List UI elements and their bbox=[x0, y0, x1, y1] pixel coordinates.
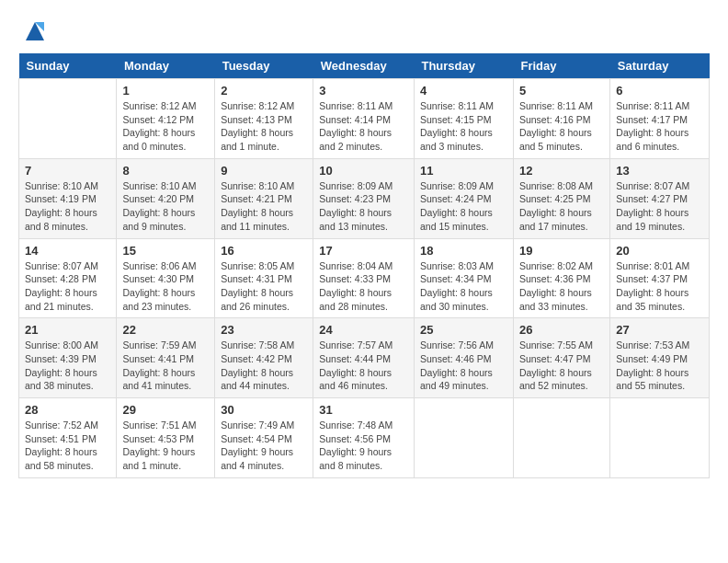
day-info: Sunrise: 8:06 AMSunset: 4:30 PMDaylight:… bbox=[122, 259, 209, 314]
calendar-cell: 5Sunrise: 8:11 AMSunset: 4:16 PMDaylight… bbox=[513, 79, 609, 159]
day-number: 12 bbox=[519, 164, 604, 178]
day-number: 19 bbox=[519, 244, 604, 258]
calendar-cell bbox=[414, 398, 513, 478]
calendar-cell: 15Sunrise: 8:06 AMSunset: 4:30 PMDayligh… bbox=[117, 238, 215, 318]
calendar-cell: 17Sunrise: 8:04 AMSunset: 4:33 PMDayligh… bbox=[313, 238, 415, 318]
calendar-cell: 26Sunrise: 7:55 AMSunset: 4:47 PMDayligh… bbox=[513, 318, 609, 398]
day-number: 4 bbox=[420, 84, 507, 98]
day-info: Sunrise: 8:00 AMSunset: 4:39 PMDaylight:… bbox=[25, 339, 110, 393]
day-number: 8 bbox=[122, 164, 209, 178]
day-number: 13 bbox=[616, 164, 703, 178]
day-number: 2 bbox=[221, 84, 307, 98]
calendar-header-sunday: Sunday bbox=[19, 53, 117, 79]
calendar-cell: 4Sunrise: 8:11 AMSunset: 4:15 PMDaylight… bbox=[414, 79, 513, 159]
day-info: Sunrise: 7:48 AMSunset: 4:56 PMDaylight:… bbox=[319, 419, 408, 473]
day-number: 23 bbox=[221, 323, 307, 337]
calendar-cell: 25Sunrise: 7:56 AMSunset: 4:46 PMDayligh… bbox=[414, 318, 513, 398]
calendar-cell: 23Sunrise: 7:58 AMSunset: 4:42 PMDayligh… bbox=[215, 318, 313, 398]
day-number: 14 bbox=[25, 244, 110, 258]
calendar-week-row: 14Sunrise: 8:07 AMSunset: 4:28 PMDayligh… bbox=[19, 238, 710, 318]
logo-icon bbox=[22, 18, 48, 44]
day-info: Sunrise: 7:51 AMSunset: 4:53 PMDaylight:… bbox=[122, 419, 209, 473]
calendar-header-row: SundayMondayTuesdayWednesdayThursdayFrid… bbox=[19, 53, 710, 79]
day-number: 26 bbox=[519, 323, 604, 337]
calendar-cell: 7Sunrise: 8:10 AMSunset: 4:19 PMDaylight… bbox=[19, 158, 117, 238]
day-number: 24 bbox=[319, 323, 408, 337]
calendar-header-wednesday: Wednesday bbox=[313, 53, 415, 79]
day-info: Sunrise: 8:11 AMSunset: 4:16 PMDaylight:… bbox=[519, 99, 604, 154]
day-number: 31 bbox=[319, 403, 408, 417]
day-info: Sunrise: 8:01 AMSunset: 4:37 PMDaylight:… bbox=[616, 259, 703, 314]
calendar-week-row: 28Sunrise: 7:52 AMSunset: 4:51 PMDayligh… bbox=[19, 398, 710, 478]
day-info: Sunrise: 7:58 AMSunset: 4:42 PMDaylight:… bbox=[221, 339, 307, 393]
calendar-cell: 13Sunrise: 8:07 AMSunset: 4:27 PMDayligh… bbox=[610, 158, 710, 238]
day-info: Sunrise: 8:02 AMSunset: 4:36 PMDaylight:… bbox=[519, 259, 604, 314]
calendar-cell: 24Sunrise: 7:57 AMSunset: 4:44 PMDayligh… bbox=[313, 318, 415, 398]
calendar-cell: 27Sunrise: 7:53 AMSunset: 4:49 PMDayligh… bbox=[610, 318, 710, 398]
day-info: Sunrise: 8:05 AMSunset: 4:31 PMDaylight:… bbox=[221, 259, 307, 314]
day-number: 11 bbox=[420, 164, 507, 178]
calendar-cell: 1Sunrise: 8:12 AMSunset: 4:12 PMDaylight… bbox=[117, 79, 215, 159]
logo bbox=[18, 18, 48, 44]
day-info: Sunrise: 7:55 AMSunset: 4:47 PMDaylight:… bbox=[519, 339, 604, 393]
calendar-cell: 8Sunrise: 8:10 AMSunset: 4:20 PMDaylight… bbox=[117, 158, 215, 238]
day-info: Sunrise: 7:53 AMSunset: 4:49 PMDaylight:… bbox=[616, 339, 703, 393]
day-number: 20 bbox=[616, 244, 703, 258]
day-info: Sunrise: 8:07 AMSunset: 4:28 PMDaylight:… bbox=[25, 259, 110, 314]
calendar-cell: 2Sunrise: 8:12 AMSunset: 4:13 PMDaylight… bbox=[215, 79, 313, 159]
calendar-cell: 12Sunrise: 8:08 AMSunset: 4:25 PMDayligh… bbox=[513, 158, 609, 238]
day-number: 15 bbox=[122, 244, 209, 258]
day-info: Sunrise: 8:11 AMSunset: 4:15 PMDaylight:… bbox=[420, 99, 507, 154]
day-info: Sunrise: 8:12 AMSunset: 4:13 PMDaylight:… bbox=[221, 99, 307, 154]
calendar-header-monday: Monday bbox=[117, 53, 215, 79]
calendar-cell bbox=[610, 398, 710, 478]
day-number: 5 bbox=[519, 84, 604, 98]
day-number: 17 bbox=[319, 244, 408, 258]
calendar-cell: 14Sunrise: 8:07 AMSunset: 4:28 PMDayligh… bbox=[19, 238, 117, 318]
day-number: 29 bbox=[122, 403, 209, 417]
day-number: 1 bbox=[122, 84, 209, 98]
calendar-cell: 16Sunrise: 8:05 AMSunset: 4:31 PMDayligh… bbox=[215, 238, 313, 318]
day-info: Sunrise: 8:09 AMSunset: 4:24 PMDaylight:… bbox=[420, 179, 507, 234]
day-info: Sunrise: 8:03 AMSunset: 4:34 PMDaylight:… bbox=[420, 259, 507, 314]
calendar-cell: 18Sunrise: 8:03 AMSunset: 4:34 PMDayligh… bbox=[414, 238, 513, 318]
day-info: Sunrise: 8:11 AMSunset: 4:17 PMDaylight:… bbox=[616, 99, 703, 154]
day-info: Sunrise: 8:07 AMSunset: 4:27 PMDaylight:… bbox=[616, 179, 703, 234]
day-info: Sunrise: 8:10 AMSunset: 4:19 PMDaylight:… bbox=[25, 179, 110, 234]
calendar-cell: 11Sunrise: 8:09 AMSunset: 4:24 PMDayligh… bbox=[414, 158, 513, 238]
day-number: 27 bbox=[616, 323, 703, 337]
calendar-header-tuesday: Tuesday bbox=[215, 53, 313, 79]
day-number: 28 bbox=[25, 403, 110, 417]
day-number: 22 bbox=[122, 323, 209, 337]
day-info: Sunrise: 7:52 AMSunset: 4:51 PMDaylight:… bbox=[25, 419, 110, 473]
day-info: Sunrise: 7:49 AMSunset: 4:54 PMDaylight:… bbox=[221, 419, 307, 473]
day-number: 30 bbox=[221, 403, 307, 417]
calendar-cell: 9Sunrise: 8:10 AMSunset: 4:21 PMDaylight… bbox=[215, 158, 313, 238]
day-number: 10 bbox=[319, 164, 408, 178]
day-info: Sunrise: 8:11 AMSunset: 4:14 PMDaylight:… bbox=[319, 99, 408, 154]
page-header bbox=[18, 18, 710, 44]
calendar-cell: 20Sunrise: 8:01 AMSunset: 4:37 PMDayligh… bbox=[610, 238, 710, 318]
calendar-week-row: 7Sunrise: 8:10 AMSunset: 4:19 PMDaylight… bbox=[19, 158, 710, 238]
calendar-week-row: 21Sunrise: 8:00 AMSunset: 4:39 PMDayligh… bbox=[19, 318, 710, 398]
day-number: 25 bbox=[420, 323, 507, 337]
day-info: Sunrise: 7:57 AMSunset: 4:44 PMDaylight:… bbox=[319, 339, 408, 393]
calendar-table: SundayMondayTuesdayWednesdayThursdayFrid… bbox=[18, 53, 710, 478]
calendar-cell: 22Sunrise: 7:59 AMSunset: 4:41 PMDayligh… bbox=[117, 318, 215, 398]
day-number: 16 bbox=[221, 244, 307, 258]
calendar-cell: 21Sunrise: 8:00 AMSunset: 4:39 PMDayligh… bbox=[19, 318, 117, 398]
day-info: Sunrise: 8:04 AMSunset: 4:33 PMDaylight:… bbox=[319, 259, 408, 314]
day-info: Sunrise: 8:08 AMSunset: 4:25 PMDaylight:… bbox=[519, 179, 604, 234]
calendar-cell bbox=[19, 79, 117, 159]
calendar-cell bbox=[513, 398, 609, 478]
day-number: 9 bbox=[221, 164, 307, 178]
day-info: Sunrise: 7:56 AMSunset: 4:46 PMDaylight:… bbox=[420, 339, 507, 393]
calendar-cell: 28Sunrise: 7:52 AMSunset: 4:51 PMDayligh… bbox=[19, 398, 117, 478]
day-number: 3 bbox=[319, 84, 408, 98]
calendar-cell: 29Sunrise: 7:51 AMSunset: 4:53 PMDayligh… bbox=[117, 398, 215, 478]
day-number: 18 bbox=[420, 244, 507, 258]
day-info: Sunrise: 8:09 AMSunset: 4:23 PMDaylight:… bbox=[319, 179, 408, 234]
day-info: Sunrise: 8:10 AMSunset: 4:21 PMDaylight:… bbox=[221, 179, 307, 234]
calendar-cell: 3Sunrise: 8:11 AMSunset: 4:14 PMDaylight… bbox=[313, 79, 415, 159]
day-number: 7 bbox=[25, 164, 110, 178]
